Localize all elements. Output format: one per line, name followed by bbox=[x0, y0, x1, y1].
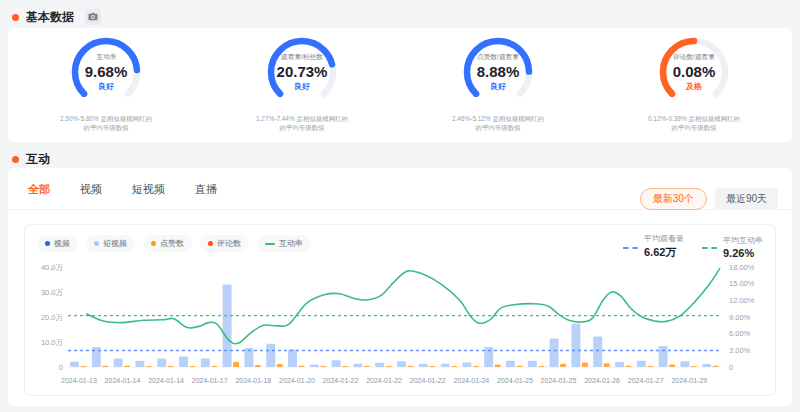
svg-text:2024-01-22: 2024-01-22 bbox=[323, 377, 359, 384]
legend-item-4[interactable]: 互动率 bbox=[257, 235, 311, 252]
tab-0[interactable]: 全部 bbox=[28, 182, 50, 209]
svg-text:2024-01-20: 2024-01-20 bbox=[279, 377, 315, 384]
stat-0: 平均观看量6.62万 bbox=[623, 233, 684, 260]
svg-text:9.00%: 9.00% bbox=[729, 313, 751, 322]
svg-text:2024-01-27: 2024-01-27 bbox=[628, 377, 664, 384]
legend-item-3[interactable]: 评论数 bbox=[200, 235, 249, 252]
svg-text:6.00%: 6.00% bbox=[729, 329, 751, 338]
gauge-label: 点赞数/观看量 bbox=[477, 52, 519, 62]
gauge-status-badge: 良好 bbox=[98, 81, 114, 92]
svg-text:2024-01-18: 2024-01-18 bbox=[235, 377, 271, 384]
stat-value: 6.62万 bbox=[644, 245, 684, 260]
analytics-page: 基本数据 互动率9.68%良好2.50%-5.80% 是相似规模网红的的平均等级… bbox=[0, 0, 800, 412]
stat-value: 9.26% bbox=[723, 247, 763, 259]
svg-text:12.00%: 12.00% bbox=[729, 296, 755, 305]
gauge-value: 0.08% bbox=[673, 63, 716, 80]
gauge-status-badge: 良好 bbox=[294, 81, 310, 92]
gauge-status-badge: 良好 bbox=[490, 81, 506, 92]
gauge-benchmark-text: 1.27%-7.44% 是相似规模网红的的平均等级数值 bbox=[256, 115, 348, 133]
svg-text:10.0万: 10.0万 bbox=[41, 338, 64, 347]
legend-item-2[interactable]: 点赞数 bbox=[143, 235, 192, 252]
svg-text:18.00%: 18.00% bbox=[729, 263, 755, 272]
gauge-value: 20.73% bbox=[277, 63, 328, 80]
dashed-line-icon bbox=[702, 247, 717, 249]
tab-2[interactable]: 短视频 bbox=[132, 182, 165, 209]
average-stats: 平均观看量6.62万平均互动率9.26% bbox=[623, 233, 763, 260]
filter-buttons: 最新30个最近90天 bbox=[640, 188, 778, 210]
filter-button-0[interactable]: 最新30个 bbox=[640, 188, 707, 210]
basic-metrics-card: 互动率9.68%良好2.50%-5.80% 是相似规模网红的的平均等级数值观看量… bbox=[8, 28, 792, 142]
svg-text:0: 0 bbox=[59, 363, 63, 372]
camera-icon[interactable] bbox=[85, 9, 101, 25]
gauge-benchmark-text: 2.50%-5.80% 是相似规模网红的的平均等级数值 bbox=[60, 115, 152, 133]
orange-dot-icon bbox=[12, 14, 19, 21]
gauge-metric-3: 评论数/观看量0.08%及格0.12%-0.39% 是相似规模网红的的平均等级数… bbox=[596, 28, 792, 142]
gauge-label: 观看量/粉丝数 bbox=[281, 52, 323, 62]
svg-text:2024-01-13: 2024-01-13 bbox=[61, 377, 97, 384]
engagement-chart-panel: 视频短视频点赞数评论数互动率 平均观看量6.62万平均互动率9.26% 40.0… bbox=[24, 224, 776, 396]
filter-button-1[interactable]: 最近90天 bbox=[715, 188, 778, 210]
svg-text:2024-01-26: 2024-01-26 bbox=[584, 377, 620, 384]
svg-text:2024-01-22: 2024-01-22 bbox=[366, 377, 402, 384]
legend-dot-icon bbox=[208, 241, 213, 246]
gauge-label: 评论数/观看量 bbox=[673, 52, 715, 62]
svg-text:2024-01-25: 2024-01-25 bbox=[497, 377, 533, 384]
engagement-chart[interactable]: 40.0万30.0万20.0万10.0万018.00%15.00%12.00%9… bbox=[28, 261, 784, 399]
gauge-value: 8.88% bbox=[477, 63, 520, 80]
gauge-metric-2: 点赞数/观看量8.88%良好2.46%-5.12% 是相似规模网红的的平均等级数… bbox=[400, 28, 596, 142]
tab-1[interactable]: 视频 bbox=[80, 182, 102, 209]
svg-text:2024-01-25: 2024-01-25 bbox=[541, 377, 577, 384]
tab-3[interactable]: 直播 bbox=[195, 182, 217, 209]
svg-text:15.00%: 15.00% bbox=[729, 279, 755, 288]
legend-item-1[interactable]: 短视频 bbox=[86, 235, 135, 252]
orange-dot-icon bbox=[12, 156, 19, 163]
interaction-header: 互动 bbox=[0, 150, 50, 168]
legend-dot-icon bbox=[151, 241, 156, 246]
svg-text:20.0万: 20.0万 bbox=[41, 313, 64, 322]
stat-1: 平均互动率9.26% bbox=[702, 233, 763, 260]
svg-text:40.0万: 40.0万 bbox=[41, 263, 64, 272]
svg-text:2024-01-24: 2024-01-24 bbox=[453, 377, 489, 384]
gauge-status-badge: 及格 bbox=[686, 81, 702, 92]
stat-label: 平均互动率 bbox=[723, 235, 763, 246]
svg-text:2024-01-17: 2024-01-17 bbox=[192, 377, 228, 384]
svg-text:2024-01-29: 2024-01-29 bbox=[671, 377, 707, 384]
svg-text:2024-01-14: 2024-01-14 bbox=[148, 377, 184, 384]
basic-data-header: 基本数据 bbox=[0, 8, 101, 26]
svg-text:2024-01-14: 2024-01-14 bbox=[105, 377, 141, 384]
svg-text:30.0万: 30.0万 bbox=[41, 288, 64, 297]
svg-text:2024-01-22: 2024-01-22 bbox=[410, 377, 446, 384]
legend-line-icon bbox=[265, 243, 275, 245]
gauge-benchmark-text: 2.46%-5.12% 是相似规模网红的的平均等级数值 bbox=[452, 115, 544, 133]
interaction-title: 互动 bbox=[26, 151, 50, 168]
svg-text:0: 0 bbox=[729, 363, 733, 372]
basic-data-title: 基本数据 bbox=[26, 9, 74, 26]
svg-text:3.00%: 3.00% bbox=[729, 346, 751, 355]
gauge-benchmark-text: 0.12%-0.39% 是相似规模网红的的平均等级数值 bbox=[648, 115, 740, 133]
gauge-metric-0: 互动率9.68%良好2.50%-5.80% 是相似规模网红的的平均等级数值 bbox=[8, 28, 204, 142]
legend-item-0[interactable]: 视频 bbox=[37, 235, 78, 252]
dashed-line-icon bbox=[623, 247, 638, 249]
legend-dot-icon bbox=[45, 241, 50, 246]
gauge-value: 9.68% bbox=[85, 63, 128, 80]
gauge-metric-1: 观看量/粉丝数20.73%良好1.27%-7.44% 是相似规模网红的的平均等级… bbox=[204, 28, 400, 142]
interaction-card: 全部视频短视频直播 最新30个最近90天 视频短视频点赞数评论数互动率 平均观看… bbox=[8, 168, 792, 406]
gauge-label: 互动率 bbox=[96, 52, 116, 62]
legend-dot-icon bbox=[94, 241, 99, 246]
stat-label: 平均观看量 bbox=[644, 233, 684, 244]
